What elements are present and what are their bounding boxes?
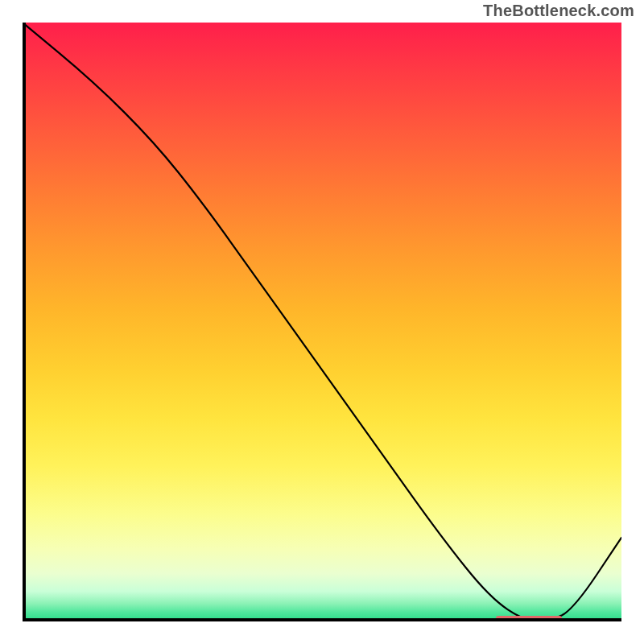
chart-plot-area bbox=[23, 23, 621, 621]
optimal-range-marker bbox=[496, 616, 562, 621]
watermark-text: TheBottleneck.com bbox=[483, 2, 634, 20]
bottleneck-curve bbox=[23, 23, 621, 621]
